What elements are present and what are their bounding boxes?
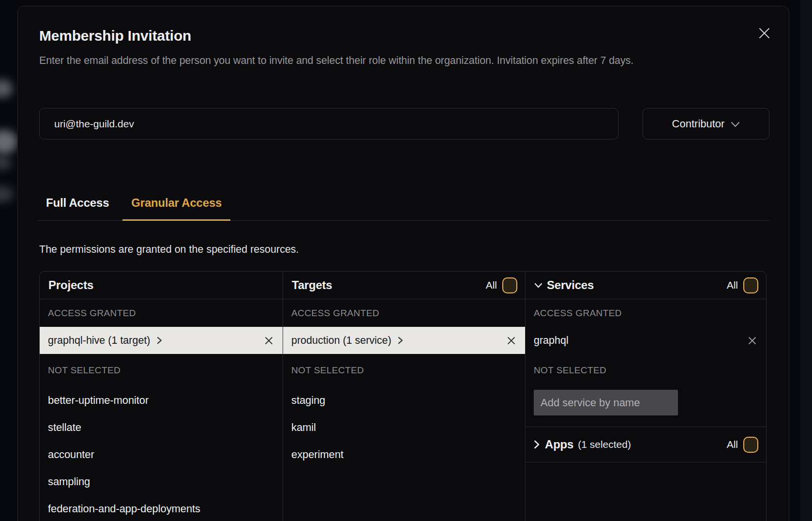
- background-glow: [0, 130, 17, 154]
- services-all-label: All: [727, 279, 738, 291]
- project-option[interactable]: better-uptime-monitor: [40, 387, 283, 414]
- role-select-value: Contributor: [672, 118, 725, 130]
- target-option[interactable]: staging: [283, 387, 525, 414]
- targets-header: Targets All: [283, 272, 525, 299]
- target-option[interactable]: kamil: [283, 414, 525, 441]
- dialog-title: Membership Invitation: [39, 28, 191, 44]
- service-granted-label: graphql: [534, 335, 569, 347]
- service-granted-row: graphql: [526, 327, 766, 354]
- chevron-right-icon: [157, 337, 162, 344]
- project-selected-label: graphql-hive (1 target): [48, 335, 150, 347]
- targets-all-checkbox[interactable]: [502, 277, 517, 293]
- targets-access-granted-label: ACCESS GRANTED: [283, 299, 525, 327]
- apps-row[interactable]: Apps (1 selected) All: [526, 427, 766, 462]
- targets-not-selected-label: NOT SELECTED: [283, 354, 525, 387]
- apps-label: Apps: [545, 438, 573, 451]
- targets-header-title: Targets: [292, 278, 332, 292]
- access-tabs: Full Access Granular Access: [37, 196, 769, 221]
- role-select[interactable]: Contributor: [643, 108, 769, 139]
- tab-full-access[interactable]: Full Access: [37, 196, 118, 221]
- projects-access-granted-label: ACCESS GRANTED: [40, 299, 283, 327]
- projects-header: Projects: [40, 272, 283, 299]
- background-glow: [0, 157, 12, 169]
- remove-service-button[interactable]: [748, 337, 756, 345]
- project-option[interactable]: sampling: [40, 468, 283, 495]
- target-selected-row[interactable]: production (1 service): [283, 327, 525, 354]
- remove-target-button[interactable]: [507, 337, 515, 345]
- permissions-note: The permissions are granted on the speci…: [39, 244, 299, 256]
- add-service-input[interactable]: [534, 390, 678, 415]
- remove-icon: [507, 337, 515, 345]
- services-header: Services All: [526, 272, 766, 299]
- apps-all-label: All: [727, 439, 738, 450]
- services-all-checkbox[interactable]: [743, 277, 758, 293]
- chevron-down-icon[interactable]: [534, 283, 542, 288]
- remove-icon: [265, 337, 273, 345]
- projects-header-title: Projects: [48, 278, 93, 292]
- remove-icon: [748, 337, 756, 345]
- dialog-description: Enter the email address of the person yo…: [39, 52, 736, 69]
- services-not-selected-label: NOT SELECTED: [526, 354, 766, 387]
- apps-selected-count: (1 selected): [578, 439, 631, 450]
- projects-not-selected-label: NOT SELECTED: [40, 354, 283, 387]
- services-header-title: Services: [547, 278, 594, 292]
- close-button[interactable]: [755, 24, 773, 42]
- project-option[interactable]: federation-and-app-deployments: [40, 495, 283, 521]
- projects-column: Projects ACCESS GRANTED graphql-hive (1 …: [40, 272, 283, 521]
- close-icon: [759, 28, 770, 39]
- targets-column: Targets All ACCESS GRANTED production (1…: [283, 272, 526, 521]
- services-access-granted-label: ACCESS GRANTED: [526, 299, 766, 327]
- services-column: Services All ACCESS GRANTED graphql NOT …: [526, 272, 766, 521]
- target-option[interactable]: experiment: [283, 441, 525, 468]
- targets-option-list: staging kamil experiment: [283, 387, 525, 468]
- chevron-right-icon: [398, 337, 403, 344]
- chevron-down-icon: [731, 122, 740, 127]
- background-glow: [0, 186, 14, 202]
- project-option[interactable]: accounter: [40, 441, 283, 468]
- targets-all-label: All: [486, 279, 497, 291]
- resources-table: Projects ACCESS GRANTED graphql-hive (1 …: [39, 271, 767, 521]
- project-option[interactable]: stellate: [40, 414, 283, 441]
- email-input[interactable]: [39, 108, 618, 139]
- page-background-strip: [800, 0, 812, 521]
- chevron-right-icon: [534, 440, 540, 449]
- remove-project-button[interactable]: [265, 337, 273, 345]
- apps-all-checkbox[interactable]: [743, 437, 758, 453]
- projects-option-list: better-uptime-monitor stellate accounter…: [40, 387, 283, 521]
- tab-granular-access[interactable]: Granular Access: [122, 196, 230, 221]
- membership-invitation-dialog: Membership Invitation Enter the email ad…: [17, 6, 789, 521]
- background-glow: [0, 79, 13, 98]
- target-selected-label: production (1 service): [291, 335, 391, 347]
- project-selected-row[interactable]: graphql-hive (1 target): [40, 327, 283, 354]
